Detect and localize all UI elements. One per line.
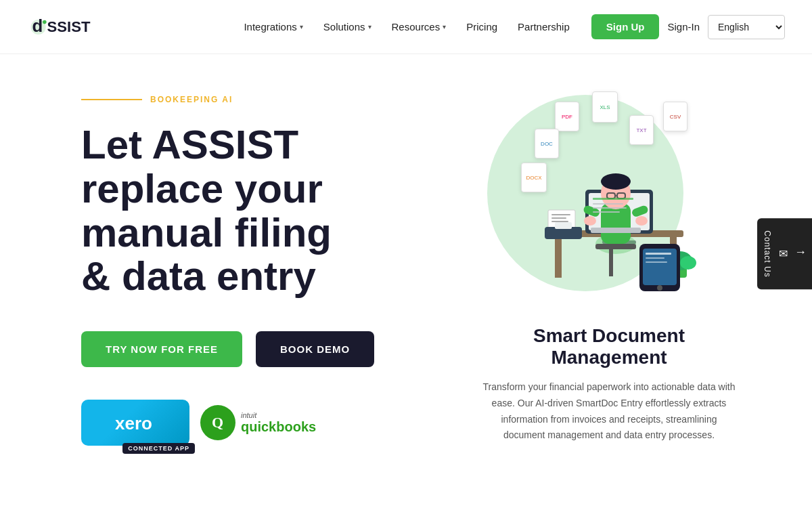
chevron-down-icon: ▾ [300, 23, 303, 30]
signin-button[interactable]: Sign-In [667, 21, 700, 33]
hero-section: BOOKEEPING AI Let ASSIST replace your ma… [0, 54, 812, 471]
hero-left: BOOKEEPING AI Let ASSIST replace your ma… [81, 81, 460, 457]
svg-rect-27 [591, 228, 641, 233]
svg-point-2 [43, 20, 47, 24]
section-tag-text: BOOKEEPING AI [150, 95, 233, 104]
nav-actions: Sign Up Sign-In English Español Français [591, 14, 785, 39]
nav-resources[interactable]: Resources ▾ [384, 16, 455, 38]
connected-app-badge: CONNECTED APP [122, 443, 195, 454]
svg-rect-39 [551, 221, 568, 222]
svg-rect-8 [555, 237, 562, 278]
arrow-right-icon: → [794, 245, 807, 259]
svg-rect-37 [551, 214, 570, 215]
svg-text:d: d [32, 16, 43, 35]
signup-button[interactable]: Sign Up [591, 14, 660, 39]
try-now-button[interactable]: TRY NOW FOR FREE [81, 331, 242, 367]
hero-title: Let ASSIST replace your manual filing & … [81, 123, 460, 299]
smart-doc-title: Smart Document Management [480, 325, 738, 368]
xero-logo: xero [112, 409, 159, 436]
svg-text:Q: Q [212, 414, 223, 431]
contact-tab-label: Contact Us [763, 230, 772, 277]
svg-point-25 [584, 216, 596, 226]
svg-point-31 [680, 256, 696, 270]
svg-rect-45 [646, 257, 664, 259]
svg-text:xero: xero [115, 413, 152, 433]
svg-rect-35 [593, 211, 620, 213]
smart-doc-section: Smart Document Management Transform your… [480, 312, 765, 457]
quickbooks-badge[interactable]: Q intuit quickbooks [200, 405, 316, 440]
svg-rect-33 [593, 203, 623, 205]
xero-badge[interactable]: xero CONNECTED APP [81, 400, 189, 446]
contact-tab[interactable]: → ✉ Contact Us [757, 218, 812, 289]
nav-integrations[interactable]: Integrations ▾ [235, 16, 311, 38]
nav-partnership[interactable]: Partnership [510, 16, 578, 38]
qb-text: intuit quickbooks [241, 411, 316, 435]
svg-rect-34 [593, 207, 627, 209]
svg-rect-15 [595, 244, 636, 249]
chevron-down-icon: ▾ [368, 23, 371, 30]
envelope-icon: ✉ [779, 247, 788, 260]
nav-links: Integrations ▾ Solutions ▾ Resources ▾ P… [235, 16, 577, 38]
hero-integrations: xero CONNECTED APP Q intuit quickbooks [81, 400, 460, 446]
hero-illustration: PDF XLS DOC TXT DOCX CSV [480, 88, 710, 305]
svg-point-19 [601, 173, 631, 190]
svg-rect-44 [646, 253, 671, 255]
svg-text:SSIST: SSIST [47, 18, 91, 35]
chevron-down-icon: ▾ [443, 23, 446, 30]
svg-rect-38 [551, 217, 566, 219]
svg-point-26 [635, 216, 648, 226]
person-svg [480, 88, 710, 305]
section-tag: BOOKEEPING AI [81, 95, 460, 104]
nav-pricing[interactable]: Pricing [458, 16, 505, 38]
qb-icon: Q [200, 405, 235, 440]
book-demo-button[interactable]: BOOK DEMO [256, 331, 374, 367]
hero-right: PDF XLS DOC TXT DOCX CSV [460, 81, 785, 457]
svg-point-47 [657, 285, 662, 291]
language-select[interactable]: English Español Français [708, 15, 785, 39]
nav-solutions[interactable]: Solutions ▾ [315, 16, 380, 38]
svg-rect-46 [646, 261, 667, 263]
logo[interactable]: d SSIST [27, 12, 108, 42]
svg-rect-16 [609, 249, 613, 276]
smart-doc-description: Transform your financial paperwork into … [480, 379, 738, 444]
svg-rect-32 [593, 198, 633, 200]
navbar: d SSIST Integrations ▾ Solutions ▾ Resou… [0, 0, 812, 54]
tag-line-decoration [81, 99, 142, 100]
svg-rect-41 [555, 222, 572, 229]
hero-buttons: TRY NOW FOR FREE BOOK DEMO [81, 331, 460, 367]
